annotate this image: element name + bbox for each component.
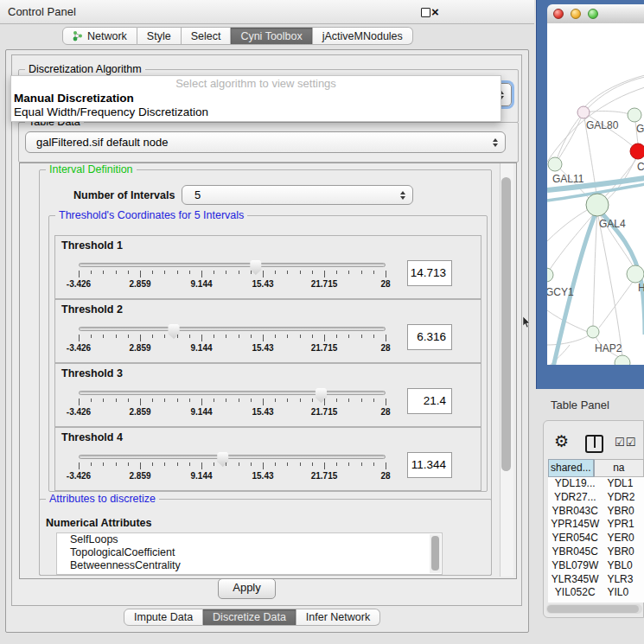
gear-icon[interactable]: ⚙	[554, 432, 569, 451]
slider-track[interactable]	[79, 391, 386, 395]
network-node[interactable]	[548, 157, 562, 171]
list-item[interactable]: BetweennessCentrality	[57, 559, 442, 572]
threshold-slider[interactable]: -3.4262.8599.14415.4321.71528	[79, 428, 386, 490]
network-edge[interactable]	[547, 335, 589, 345]
list-item[interactable]: SelfLoops	[57, 533, 442, 546]
float-window-icon[interactable]	[421, 8, 430, 17]
vertical-scrollbar-thumb[interactable]	[501, 177, 511, 471]
threshold-value-field[interactable]: 11.344	[407, 452, 452, 478]
list-item[interactable]: TopologicalCoefficient	[57, 546, 442, 559]
threshold-value-field[interactable]: 6.316	[407, 324, 452, 350]
table-cell[interactable]: YER054C	[548, 532, 602, 545]
slider-track[interactable]	[79, 263, 386, 267]
tab-cyni-toolbox[interactable]: Cyni Toolbox	[231, 27, 312, 45]
tick-mark	[336, 399, 337, 402]
traffic-light-close-icon[interactable]	[553, 9, 564, 19]
network-node[interactable]	[628, 108, 641, 122]
tab-label: Infer Network	[306, 611, 370, 623]
tick-mark	[103, 271, 104, 274]
threshold-value-field[interactable]: 21.4	[407, 388, 452, 414]
table-cell[interactable]: YER0	[602, 532, 644, 545]
table-cell[interactable]: YDR27...	[548, 491, 602, 505]
apply-button[interactable]: Apply	[218, 578, 276, 599]
column-header-shared-name[interactable]: shared...	[548, 459, 594, 477]
threshold-value-field[interactable]: 14.713	[407, 260, 452, 286]
table-cell[interactable]: YLR3	[602, 573, 644, 587]
tick-mark	[177, 271, 178, 274]
network-edge[interactable]	[547, 208, 590, 241]
slider-track[interactable]	[79, 455, 386, 459]
close-icon[interactable]: ×	[431, 3, 439, 20]
tab-jactivemnodules[interactable]: jActiveMNodules	[313, 27, 413, 45]
network-node[interactable]	[630, 143, 644, 159]
slider-track[interactable]	[79, 327, 386, 331]
table-row[interactable]: YIL052CYIL0	[548, 586, 644, 600]
horizontal-scrollbar-thumb[interactable]	[547, 605, 639, 613]
tab-select[interactable]: Select	[182, 27, 232, 45]
tick-mark	[312, 462, 313, 466]
dropdown-option[interactable]: Manual Discretization	[11, 92, 501, 105]
threshold-slider[interactable]: -3.4262.8599.14415.4321.71528	[79, 236, 386, 298]
tick-mark	[103, 462, 104, 466]
table-cell[interactable]: YBL079W	[548, 559, 602, 573]
table-cell[interactable]: YLR345W	[548, 573, 602, 587]
list-scrollbar-thumb[interactable]	[431, 536, 439, 571]
table-cell[interactable]: YDR2	[602, 491, 644, 505]
table-cell[interactable]: YBR043C	[548, 505, 602, 519]
tab-network[interactable]: Network	[62, 27, 137, 45]
tick-mark	[263, 399, 264, 405]
table-cell[interactable]: YBR0	[602, 545, 644, 559]
tick-mark	[361, 271, 362, 274]
table-row[interactable]: YBL079WYBL0	[548, 559, 644, 573]
split-columns-icon[interactable]	[585, 435, 603, 453]
network-node[interactable]	[586, 194, 609, 216]
table-cell[interactable]: YPR1	[602, 518, 644, 532]
table-cell[interactable]: YIL052C	[548, 586, 602, 600]
network-edge[interactable]	[583, 112, 632, 115]
threshold-slider[interactable]: -3.4262.8599.14415.4321.71528	[79, 300, 386, 362]
select-columns-icon[interactable]: ☑☑	[615, 436, 636, 449]
tab-discretize-data[interactable]: Discretize Data	[203, 609, 296, 626]
table-row[interactable]: YDR27...YDR2	[548, 491, 644, 505]
slider-scale-label: 9.144	[190, 471, 212, 481]
network-edge[interactable]	[555, 117, 582, 164]
table-row[interactable]: YBR043CYBR0	[548, 505, 644, 519]
network-edge[interactable]	[606, 153, 638, 201]
table-cell[interactable]: YBR0	[602, 505, 644, 519]
table-cell[interactable]: YDL19...	[548, 477, 602, 491]
table-row[interactable]: YDL19...YDL1	[548, 477, 644, 491]
network-node[interactable]	[615, 355, 630, 365]
column-header-name[interactable]: na	[594, 459, 644, 477]
threshold-slider[interactable]: -3.4262.8599.14415.4321.71528	[79, 364, 386, 426]
network-node[interactable]	[547, 268, 553, 282]
tab-impute-data[interactable]: Impute Data	[124, 609, 203, 626]
table-data-combobox[interactable]: galFiltered.sif default node	[25, 131, 506, 153]
network-node[interactable]	[577, 106, 590, 118]
network-window-titlebar[interactable]	[547, 4, 644, 24]
table-cell[interactable]: YBL0	[602, 559, 644, 573]
network-view-window[interactable]: GAL80GACGAL11GAL4GCY1HHAP2	[536, 0, 644, 389]
network-node[interactable]	[627, 265, 644, 283]
dropdown-option[interactable]: Equal Width/Frequency Discretization	[11, 105, 501, 119]
traffic-light-zoom-icon[interactable]	[588, 9, 598, 19]
traffic-light-minimize-icon[interactable]	[571, 9, 581, 19]
table-cell[interactable]: YIL0	[602, 586, 644, 600]
table-cell[interactable]: YDL1	[602, 477, 644, 491]
number-of-intervals-combobox[interactable]: 5	[182, 185, 413, 205]
table-cell[interactable]: YPR145W	[548, 518, 602, 532]
tab-style[interactable]: Style	[137, 27, 182, 45]
tab-infer-network[interactable]: Infer Network	[296, 609, 380, 626]
tick-mark	[91, 462, 92, 466]
horizontal-scrollbar[interactable]	[546, 604, 642, 614]
network-canvas[interactable]: GAL80GACGAL11GAL4GCY1HHAP2	[547, 23, 644, 365]
slider-scale-label: 9.144	[190, 343, 212, 353]
table-row[interactable]: YBR045CYBR0	[548, 545, 644, 559]
network-node[interactable]	[587, 326, 599, 338]
numerical-attributes-list[interactable]: SelfLoops TopologicalCoefficient Between…	[56, 532, 443, 575]
table-row[interactable]: YPR145WYPR1	[548, 518, 644, 532]
table-row[interactable]: YER054CYER0	[548, 532, 644, 545]
list-scrollbar[interactable]	[430, 534, 441, 573]
network-edge[interactable]	[593, 212, 597, 326]
table-cell[interactable]: YBR045C	[548, 545, 602, 559]
table-row[interactable]: YLR345WYLR3	[548, 573, 644, 587]
